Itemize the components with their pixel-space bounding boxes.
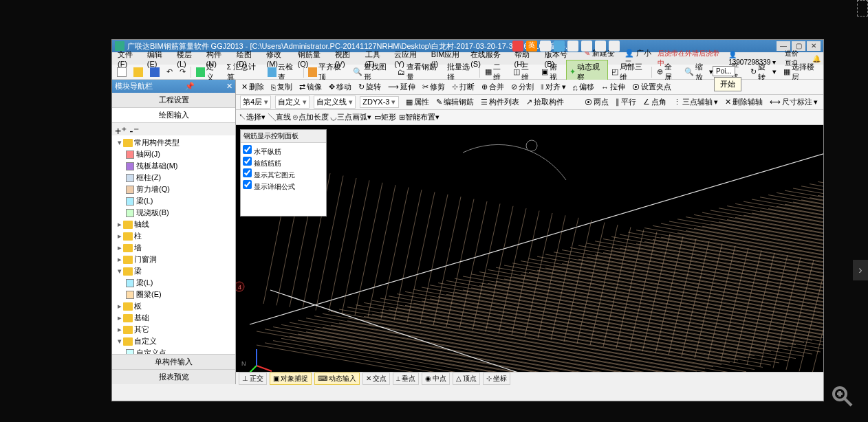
rotate-button[interactable]: ↻旋转 — [356, 80, 384, 93]
split-button[interactable]: ⊘分割 — [508, 80, 536, 93]
viewport-3d[interactable]: 4 N 钢筋显示控制面板 水平纵筋 箍筋筋筋 显示其它图元 显示详细公式 — [236, 125, 823, 372]
tree-custompt[interactable]: 自定义点 — [136, 348, 166, 354]
floor-dropdown[interactable]: 第4层 — [240, 96, 271, 109]
save-button[interactable] — [147, 65, 163, 79]
ime-sogou-icon[interactable] — [512, 41, 523, 52]
ime-setting-icon[interactable] — [609, 41, 620, 52]
customline-dropdown[interactable]: 自定义线 — [314, 96, 356, 109]
side-flyout-button[interactable]: › — [853, 260, 868, 280]
ime-lang-icon[interactable]: 英 — [526, 41, 537, 52]
status-midpoint[interactable]: ⟂垂点 — [393, 373, 419, 385]
ime-voice-icon[interactable] — [567, 41, 578, 52]
mirror-button[interactable]: ⇄镜像 — [296, 80, 325, 93]
tree-expand-icon[interactable]: +⁺ — [115, 124, 127, 134]
svg-line-197 — [845, 399, 851, 406]
tree-wall[interactable]: 墙 — [134, 243, 142, 253]
pickcomp-button[interactable]: ↗拾取构件 — [523, 96, 567, 109]
tree-column[interactable]: 柱 — [134, 231, 142, 241]
sidebar-pin-icon[interactable]: 📌 — [185, 82, 195, 91]
select-button[interactable]: ↖选择▾ — [239, 112, 265, 122]
complist-button[interactable]: ☰构件列表 — [478, 96, 522, 109]
status-center[interactable]: ◉中点 — [422, 373, 450, 385]
open-button[interactable] — [130, 65, 147, 79]
code-dropdown[interactable]: ZDYX-3 — [360, 96, 398, 108]
rebar-display-panel[interactable]: 钢筋显示控制面板 水平纵筋 箍筋筋筋 显示其它图元 显示详细公式 — [240, 129, 327, 216]
sidebar-tab-draw[interactable]: 绘图输入 — [112, 108, 235, 123]
setvertex-button[interactable]: ⦿设置夹点 — [629, 80, 674, 93]
move-button[interactable]: ✥移动 — [326, 80, 354, 93]
tree-axis[interactable]: 轴网(J) — [136, 149, 160, 159]
ime-skin-icon[interactable] — [595, 41, 606, 52]
sidebar-tab-single[interactable]: 单构件输入 — [112, 354, 235, 369]
trim-button[interactable]: ✂修剪 — [420, 80, 448, 93]
ime-toolbar[interactable]: 英 — [512, 40, 620, 52]
tree-framecolumn[interactable]: 框柱(Z) — [136, 173, 161, 183]
svg-line-152 — [420, 195, 448, 324]
tree-beam1[interactable]: 梁(L) — [136, 196, 153, 206]
zoom-magnifier-icon[interactable] — [831, 385, 853, 407]
pointlen-button[interactable]: ⊙点加长度 — [292, 112, 329, 122]
tree-axisline[interactable]: 轴线 — [134, 219, 149, 230]
sidebar-tab-engineering[interactable]: 工程设置 — [112, 93, 235, 108]
rebar-cb-formula[interactable]: 显示详细公式 — [243, 180, 324, 192]
rebar-panel-title: 钢筋显示控制面板 — [241, 130, 326, 143]
rect-button[interactable]: ▭矩形 — [374, 112, 396, 122]
dimlabel-button[interactable]: ⟷尺寸标注▾ — [767, 96, 821, 109]
sidebar-tab-report[interactable]: 报表预览 — [112, 369, 235, 384]
editrebar-button[interactable]: ✎编辑钢筋 — [433, 96, 477, 109]
sidebar-close-icon[interactable]: ✕ — [226, 82, 232, 91]
tree-collapse-icon[interactable]: -⁻ — [129, 124, 138, 134]
parallel-button[interactable]: ∥平行 — [613, 96, 639, 109]
ime-face-icon[interactable] — [581, 41, 592, 52]
component-tree[interactable]: ▾常用构件类型 轴网(J) 筏板基础(M) 框柱(Z) 剪力墙(Q) 梁(L) … — [112, 135, 235, 354]
svg-line-150 — [394, 190, 422, 320]
redo-button[interactable]: ↷ — [176, 65, 189, 78]
ime-half-icon[interactable] — [540, 41, 551, 52]
threeaux-button[interactable]: ⋮三点辅轴▾ — [671, 96, 721, 109]
tree-other[interactable]: 其它 — [134, 324, 149, 335]
twopoint-button[interactable]: ⦿两点 — [582, 96, 611, 109]
smartlayout-button[interactable]: ⊞智能布置▾ — [399, 112, 440, 122]
tree-doorwindow[interactable]: 门窗洞 — [134, 254, 157, 265]
extend-button[interactable]: ⟶延伸 — [385, 80, 418, 93]
status-objsnap[interactable]: ▣对象捕捉 — [270, 373, 312, 385]
rebar-cb-stirrup[interactable]: 箍筋筋筋 — [243, 157, 324, 168]
status-dyninput[interactable]: ⌨动态输入 — [314, 373, 360, 385]
status-coord[interactable]: ⊹坐标 — [483, 373, 510, 385]
gxe-icon: 👤 — [625, 49, 634, 57]
rebar-cb-other[interactable]: 显示其它图元 — [243, 168, 324, 180]
undo-button[interactable]: ↶ — [163, 65, 176, 78]
threearc-button[interactable]: ◡三点画弧▾ — [330, 112, 371, 122]
tree-ringbeam[interactable]: 圈梁(E) — [136, 289, 162, 300]
delete-button[interactable]: ✕删除 — [239, 80, 267, 93]
tree-shearwall[interactable]: 剪力墙(Q) — [136, 184, 170, 195]
pointangle-button[interactable]: ∠点角 — [640, 96, 669, 109]
tree-raft[interactable]: 筏板基础(M) — [136, 161, 178, 171]
status-vertex[interactable]: △顶点 — [453, 373, 480, 385]
new-button[interactable] — [113, 65, 130, 79]
line-button[interactable]: ╲直线 — [268, 112, 291, 122]
tree-castslab[interactable]: 现浇板(B) — [136, 208, 169, 218]
status-ortho[interactable]: ⊥正交 — [239, 373, 267, 385]
offset-button[interactable]: ⎌偏移 — [570, 80, 597, 93]
rebar-cb-horiz[interactable]: 水平纵筋 — [243, 145, 324, 157]
copy-button[interactable]: ⎘复制 — [268, 80, 295, 93]
tree-slab[interactable]: 板 — [134, 301, 142, 311]
app-window: 广联达BIM钢筋算量软件 GGJ2013 - [C:\Users\Adminis… — [111, 39, 824, 401]
attr-button[interactable]: ▦属性 — [403, 96, 432, 109]
stretch-button[interactable]: ↔拉伸 — [598, 80, 628, 93]
tree-beamcat[interactable]: 梁 — [134, 266, 142, 276]
custom-dropdown[interactable]: 自定义 — [275, 96, 310, 109]
tree-beam-l[interactable]: 梁(L) — [136, 278, 153, 288]
svg-line-192 — [257, 366, 272, 371]
status-intersect[interactable]: ✕交点 — [362, 373, 390, 385]
tree-found[interactable]: 基础 — [134, 313, 149, 323]
tree-common[interactable]: 常用构件类型 — [134, 137, 180, 148]
delaux-button[interactable]: ✕删除辅轴 — [722, 96, 766, 109]
merge-button[interactable]: ⊕合并 — [479, 80, 507, 93]
align-button[interactable]: ⫴对齐▾ — [538, 80, 569, 93]
break-button[interactable]: ⊹打断 — [449, 80, 477, 93]
ime-keyboard-icon[interactable] — [554, 41, 565, 52]
svg-line-71 — [265, 343, 622, 372]
tree-customcat[interactable]: 自定义 — [134, 336, 157, 346]
